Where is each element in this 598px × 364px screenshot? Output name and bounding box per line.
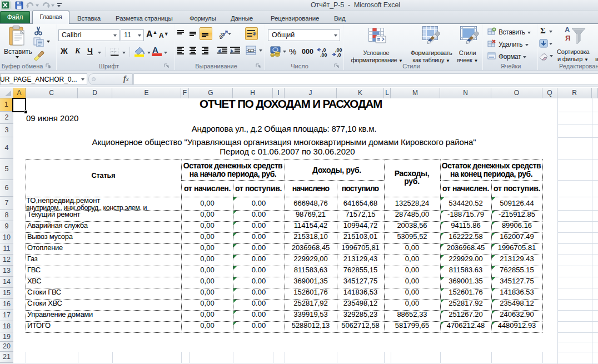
svg-text:А: А bbox=[565, 26, 570, 34]
svg-text:Я: Я bbox=[565, 34, 570, 42]
svg-text:,0: ,0 bbox=[337, 52, 341, 57]
svg-text:,00: ,00 bbox=[320, 52, 327, 57]
svg-text:ab: ab bbox=[218, 31, 226, 39]
